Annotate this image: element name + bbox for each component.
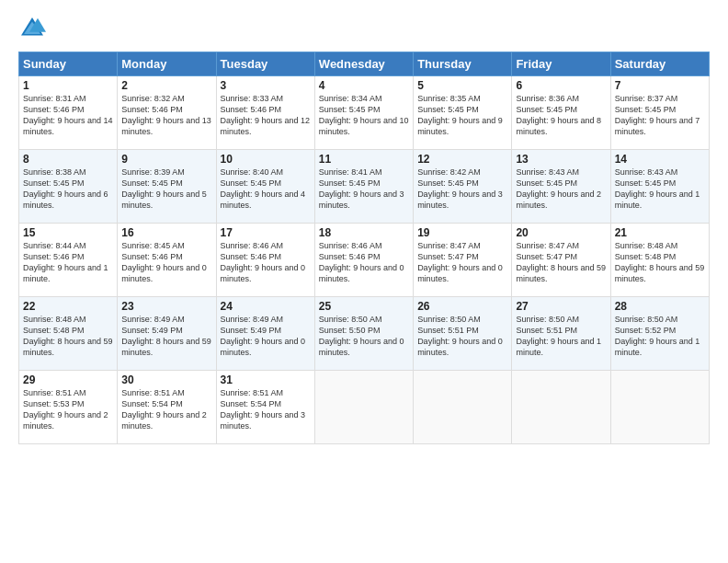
cell-info: Sunrise: 8:46 AMSunset: 5:46 PMDaylight:… (221, 241, 306, 283)
day-header-thursday: Thursday (414, 52, 512, 76)
calendar-cell: 27 Sunrise: 8:50 AMSunset: 5:51 PMDaylig… (512, 297, 610, 371)
day-number: 21 (615, 226, 705, 239)
day-number: 3 (221, 79, 311, 92)
calendar-cell (314, 371, 413, 444)
cell-info: Sunrise: 8:50 AMSunset: 5:51 PMDaylight:… (417, 315, 503, 357)
day-number: 15 (23, 226, 113, 239)
calendar-week-row: 15 Sunrise: 8:44 AMSunset: 5:46 PMDaylig… (19, 224, 710, 297)
cell-info: Sunrise: 8:50 AMSunset: 5:51 PMDaylight:… (516, 315, 601, 357)
cell-info: Sunrise: 8:47 AMSunset: 5:47 PMDaylight:… (516, 241, 606, 283)
calendar-cell: 31 Sunrise: 8:51 AMSunset: 5:54 PMDaylig… (216, 371, 314, 444)
cell-info: Sunrise: 8:31 AMSunset: 5:46 PMDaylight:… (23, 94, 113, 136)
day-number: 9 (121, 153, 211, 166)
calendar-cell: 17 Sunrise: 8:46 AMSunset: 5:46 PMDaylig… (216, 224, 314, 297)
cell-info: Sunrise: 8:43 AMSunset: 5:45 PMDaylight:… (516, 167, 601, 210)
cell-info: Sunrise: 8:51 AMSunset: 5:53 PMDaylight:… (23, 388, 108, 431)
day-number: 13 (516, 153, 606, 166)
day-number: 28 (615, 300, 705, 313)
day-number: 25 (319, 300, 409, 313)
day-number: 1 (23, 79, 113, 92)
day-number: 19 (417, 226, 507, 239)
day-header-friday: Friday (512, 52, 610, 76)
day-number: 16 (121, 226, 211, 239)
calendar-cell: 11 Sunrise: 8:41 AMSunset: 5:45 PMDaylig… (314, 150, 413, 224)
cell-info: Sunrise: 8:49 AMSunset: 5:49 PMDaylight:… (221, 315, 306, 357)
day-number: 22 (23, 300, 113, 313)
calendar-cell: 18 Sunrise: 8:46 AMSunset: 5:46 PMDaylig… (314, 224, 413, 297)
calendar-cell: 29 Sunrise: 8:51 AMSunset: 5:53 PMDaylig… (19, 371, 118, 444)
calendar-cell: 24 Sunrise: 8:49 AMSunset: 5:49 PMDaylig… (216, 297, 314, 371)
day-number: 29 (23, 373, 113, 386)
calendar-cell (610, 371, 709, 444)
calendar-cell (414, 371, 512, 444)
cell-info: Sunrise: 8:50 AMSunset: 5:50 PMDaylight:… (319, 315, 404, 357)
calendar-cell: 13 Sunrise: 8:43 AMSunset: 5:45 PMDaylig… (512, 150, 610, 224)
cell-info: Sunrise: 8:39 AMSunset: 5:45 PMDaylight:… (121, 167, 207, 210)
day-number: 30 (121, 373, 211, 386)
day-number: 26 (417, 300, 507, 313)
calendar-cell (512, 371, 610, 444)
cell-info: Sunrise: 8:47 AMSunset: 5:47 PMDaylight:… (417, 241, 503, 283)
calendar-cell: 21 Sunrise: 8:48 AMSunset: 5:48 PMDaylig… (610, 224, 709, 297)
calendar-cell: 7 Sunrise: 8:37 AMSunset: 5:45 PMDayligh… (610, 76, 709, 150)
calendar-cell: 23 Sunrise: 8:49 AMSunset: 5:49 PMDaylig… (118, 297, 216, 371)
cell-info: Sunrise: 8:38 AMSunset: 5:45 PMDaylight:… (23, 167, 108, 210)
cell-info: Sunrise: 8:48 AMSunset: 5:48 PMDaylight:… (23, 315, 113, 357)
day-number: 8 (23, 153, 113, 166)
calendar-cell: 15 Sunrise: 8:44 AMSunset: 5:46 PMDaylig… (19, 224, 118, 297)
day-header-sunday: Sunday (19, 52, 118, 76)
calendar-week-row: 8 Sunrise: 8:38 AMSunset: 5:45 PMDayligh… (19, 150, 710, 224)
calendar-cell: 3 Sunrise: 8:33 AMSunset: 5:46 PMDayligh… (216, 76, 314, 150)
day-header-tuesday: Tuesday (216, 52, 314, 76)
day-header-saturday: Saturday (610, 52, 709, 76)
cell-info: Sunrise: 8:44 AMSunset: 5:46 PMDaylight:… (23, 241, 108, 283)
day-number: 18 (319, 226, 409, 239)
cell-info: Sunrise: 8:51 AMSunset: 5:54 PMDaylight:… (221, 388, 306, 431)
cell-info: Sunrise: 8:45 AMSunset: 5:46 PMDaylight:… (121, 241, 207, 283)
calendar-cell: 22 Sunrise: 8:48 AMSunset: 5:48 PMDaylig… (19, 297, 118, 371)
cell-info: Sunrise: 8:37 AMSunset: 5:45 PMDaylight:… (615, 94, 700, 136)
calendar-cell: 28 Sunrise: 8:50 AMSunset: 5:52 PMDaylig… (610, 297, 709, 371)
header (18, 15, 710, 42)
cell-info: Sunrise: 8:36 AMSunset: 5:45 PMDaylight:… (516, 94, 601, 136)
day-number: 10 (221, 153, 311, 166)
day-number: 14 (615, 153, 705, 166)
day-header-monday: Monday (118, 52, 216, 76)
cell-info: Sunrise: 8:46 AMSunset: 5:46 PMDaylight:… (319, 241, 404, 283)
calendar-cell: 5 Sunrise: 8:35 AMSunset: 5:45 PMDayligh… (414, 76, 512, 150)
cell-info: Sunrise: 8:51 AMSunset: 5:54 PMDaylight:… (121, 388, 207, 431)
calendar-cell: 4 Sunrise: 8:34 AMSunset: 5:45 PMDayligh… (314, 76, 413, 150)
cell-info: Sunrise: 8:41 AMSunset: 5:45 PMDaylight:… (319, 167, 404, 210)
calendar-cell: 2 Sunrise: 8:32 AMSunset: 5:46 PMDayligh… (118, 76, 216, 150)
calendar-cell: 19 Sunrise: 8:47 AMSunset: 5:47 PMDaylig… (414, 224, 512, 297)
calendar-table: SundayMondayTuesdayWednesdayThursdayFrid… (18, 52, 710, 444)
day-number: 31 (221, 373, 311, 386)
day-number: 17 (221, 226, 311, 239)
calendar-cell: 6 Sunrise: 8:36 AMSunset: 5:45 PMDayligh… (512, 76, 610, 150)
day-number: 24 (221, 300, 311, 313)
calendar-cell: 8 Sunrise: 8:38 AMSunset: 5:45 PMDayligh… (19, 150, 118, 224)
header-row: SundayMondayTuesdayWednesdayThursdayFrid… (19, 52, 710, 76)
day-number: 23 (121, 300, 211, 313)
calendar-week-row: 22 Sunrise: 8:48 AMSunset: 5:48 PMDaylig… (19, 297, 710, 371)
cell-info: Sunrise: 8:34 AMSunset: 5:45 PMDaylight:… (319, 94, 409, 136)
calendar-cell: 9 Sunrise: 8:39 AMSunset: 5:45 PMDayligh… (118, 150, 216, 224)
calendar-cell: 10 Sunrise: 8:40 AMSunset: 5:45 PMDaylig… (216, 150, 314, 224)
cell-info: Sunrise: 8:49 AMSunset: 5:49 PMDaylight:… (121, 315, 211, 357)
calendar-cell: 1 Sunrise: 8:31 AMSunset: 5:46 PMDayligh… (19, 76, 118, 150)
cell-info: Sunrise: 8:50 AMSunset: 5:52 PMDaylight:… (615, 315, 700, 357)
page: SundayMondayTuesdayWednesdayThursdayFrid… (0, 0, 728, 455)
calendar-week-row: 29 Sunrise: 8:51 AMSunset: 5:53 PMDaylig… (19, 371, 710, 444)
day-number: 20 (516, 226, 606, 239)
day-number: 6 (516, 79, 606, 92)
logo (18, 15, 50, 42)
calendar-cell: 12 Sunrise: 8:42 AMSunset: 5:45 PMDaylig… (414, 150, 512, 224)
calendar-cell: 16 Sunrise: 8:45 AMSunset: 5:46 PMDaylig… (118, 224, 216, 297)
cell-info: Sunrise: 8:48 AMSunset: 5:48 PMDaylight:… (615, 241, 705, 283)
calendar-week-row: 1 Sunrise: 8:31 AMSunset: 5:46 PMDayligh… (19, 76, 710, 150)
day-header-wednesday: Wednesday (314, 52, 413, 76)
cell-info: Sunrise: 8:43 AMSunset: 5:45 PMDaylight:… (615, 167, 700, 210)
cell-info: Sunrise: 8:40 AMSunset: 5:45 PMDaylight:… (221, 167, 306, 210)
cell-info: Sunrise: 8:33 AMSunset: 5:46 PMDaylight:… (221, 94, 311, 136)
calendar-cell: 14 Sunrise: 8:43 AMSunset: 5:45 PMDaylig… (610, 150, 709, 224)
